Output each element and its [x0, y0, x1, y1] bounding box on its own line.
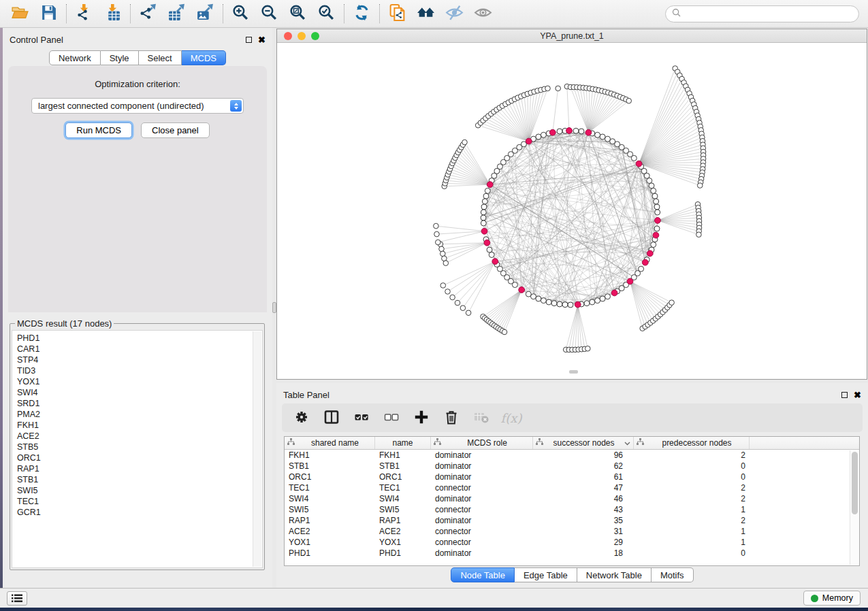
cell-predecessor-nodes[interactable]: 2	[634, 516, 750, 525]
table-row[interactable]: YOX1YOX1connector291	[285, 537, 859, 548]
cell-name[interactable]: FKH1	[375, 450, 431, 460]
table-row[interactable]: SWI5SWI5connector431	[285, 504, 859, 515]
window-maximize-button[interactable]	[311, 32, 319, 40]
table-scrollbar[interactable]	[850, 450, 858, 565]
table-row[interactable]: TEC1TEC1connector472	[285, 482, 859, 493]
mcds-list-scrollbar[interactable]	[253, 331, 261, 567]
first-neighbors-button[interactable]	[413, 3, 438, 24]
window-close-button[interactable]	[284, 32, 292, 40]
delete-columns-button[interactable]	[440, 407, 463, 429]
mcds-result-item[interactable]: ACE2	[17, 431, 262, 442]
cell-successor-nodes[interactable]: 31	[533, 527, 634, 536]
mcds-result-item[interactable]: STP4	[17, 354, 262, 365]
tab-select[interactable]: Select	[139, 50, 182, 65]
cell-name[interactable]: SWI5	[375, 505, 431, 514]
column-header-successor-nodes[interactable]: successor nodes	[533, 437, 634, 449]
cell-predecessor-nodes[interactable]: 1	[634, 538, 750, 547]
optimization-criterion-dropdown[interactable]: largest connected component (undirected)	[31, 98, 244, 114]
float-panel-button[interactable]	[246, 37, 252, 43]
column-header-shared-name[interactable]: shared name	[285, 437, 375, 449]
cell-predecessor-nodes[interactable]: 1	[634, 527, 750, 536]
hide-selected-button[interactable]	[442, 3, 467, 24]
save-session-button[interactable]	[36, 3, 61, 24]
mcds-result-item[interactable]: GCR1	[17, 507, 262, 518]
cell-mcds-role[interactable]: dominator	[431, 450, 533, 460]
cell-mcds-role[interactable]: connector	[431, 527, 533, 536]
cell-name[interactable]: SWI4	[375, 494, 431, 503]
cell-predecessor-nodes[interactable]: 0	[634, 461, 750, 471]
network-window-titlebar[interactable]: YPA_prune.txt_1	[277, 29, 867, 43]
cell-shared-name[interactable]: ACE2	[285, 527, 375, 536]
cell-mcds-role[interactable]: dominator	[431, 548, 533, 558]
mcds-result-item[interactable]: ORC1	[17, 452, 262, 463]
task-history-button[interactable]	[7, 591, 27, 606]
cell-shared-name[interactable]: STB1	[285, 461, 375, 471]
table-row[interactable]: ACE2ACE2connector311	[285, 526, 859, 537]
network-from-selection-button[interactable]	[385, 3, 410, 24]
tab-node-table[interactable]: Node Table	[451, 567, 515, 582]
delete-table-button[interactable]	[470, 407, 493, 429]
cell-shared-name[interactable]: FKH1	[285, 450, 375, 460]
cell-predecessor-nodes[interactable]: 2	[634, 483, 750, 493]
cell-successor-nodes[interactable]: 46	[533, 494, 634, 503]
export-table-button[interactable]	[164, 3, 189, 24]
mcds-result-item[interactable]: STB5	[17, 442, 262, 452]
cell-shared-name[interactable]: RAP1	[285, 516, 375, 525]
column-header-mcds-role[interactable]: MCDS role	[431, 437, 533, 449]
toggle-columns-button[interactable]	[320, 407, 343, 429]
cell-name[interactable]: RAP1	[375, 516, 431, 525]
cell-predecessor-nodes[interactable]: 1	[634, 505, 750, 514]
mcds-result-list[interactable]: PHD1CAR1STP4TID3YOX1SWI4SRD1PMA2FKH1ACE2…	[12, 330, 263, 568]
mcds-result-item[interactable]: SWI4	[17, 387, 262, 398]
dropdown-stepper-icon[interactable]	[230, 100, 242, 112]
cell-shared-name[interactable]: SWI4	[285, 494, 375, 503]
run-mcds-button[interactable]: Run MCDS	[65, 122, 132, 138]
cell-shared-name[interactable]: PHD1	[285, 548, 375, 558]
cell-mcds-role[interactable]: connector	[431, 483, 533, 493]
function-builder-button[interactable]: f(x)	[500, 407, 523, 429]
network-hscroll-thumb[interactable]	[569, 370, 578, 374]
zoom-selected-button[interactable]	[314, 3, 339, 24]
float-table-panel-button[interactable]	[841, 392, 848, 398]
cell-shared-name[interactable]: TEC1	[285, 483, 375, 493]
cell-name[interactable]: STB1	[375, 461, 431, 471]
deselect-all-columns-button[interactable]	[380, 407, 403, 429]
cell-mcds-role[interactable]: connector	[431, 538, 533, 547]
mcds-result-item[interactable]: CAR1	[17, 344, 262, 354]
mcds-result-item[interactable]: TEC1	[17, 496, 262, 507]
mcds-result-item[interactable]: SRD1	[17, 398, 262, 409]
cell-mcds-role[interactable]: dominator	[431, 516, 533, 525]
cell-successor-nodes[interactable]: 43	[533, 505, 634, 514]
cell-successor-nodes[interactable]: 18	[533, 548, 634, 558]
cell-predecessor-nodes[interactable]: 2	[634, 450, 750, 460]
table-row[interactable]: FKH1FKH1dominator962	[285, 450, 859, 461]
table-row[interactable]: SWI4SWI4dominator462	[285, 493, 859, 504]
mcds-result-item[interactable]: PHD1	[17, 333, 262, 344]
table-row[interactable]: PHD1PHD1dominator180	[285, 548, 859, 559]
close-table-panel-icon[interactable]: ✖	[854, 391, 861, 399]
cell-shared-name[interactable]: ORC1	[285, 472, 375, 482]
settings-button[interactable]	[290, 407, 313, 429]
zoom-in-button[interactable]	[228, 3, 253, 24]
cell-name[interactable]: ACE2	[375, 527, 431, 536]
tab-style[interactable]: Style	[101, 50, 139, 65]
export-network-button[interactable]	[135, 3, 161, 24]
zoom-fit-button[interactable]	[285, 3, 310, 24]
close-panel-button[interactable]: Close panel	[141, 122, 210, 138]
show-all-button[interactable]	[470, 3, 496, 24]
cell-predecessor-nodes[interactable]: 2	[634, 494, 750, 503]
cell-mcds-role[interactable]: dominator	[431, 472, 533, 482]
tab-network[interactable]: Network	[49, 50, 101, 65]
tab-network-table[interactable]: Network Table	[577, 567, 652, 582]
cell-mcds-role[interactable]: connector	[431, 505, 533, 514]
import-table-button[interactable]	[100, 3, 125, 24]
search-input[interactable]	[685, 8, 852, 19]
cell-name[interactable]: ORC1	[375, 472, 431, 482]
cell-predecessor-nodes[interactable]: 0	[634, 472, 750, 482]
sort-chevron-icon[interactable]	[624, 438, 630, 448]
tab-mcds[interactable]: MCDS	[182, 50, 226, 65]
window-minimize-button[interactable]	[298, 32, 306, 40]
cell-mcds-role[interactable]: dominator	[431, 461, 533, 471]
mcds-result-item[interactable]: RAP1	[17, 463, 262, 474]
network-view[interactable]	[277, 43, 867, 375]
